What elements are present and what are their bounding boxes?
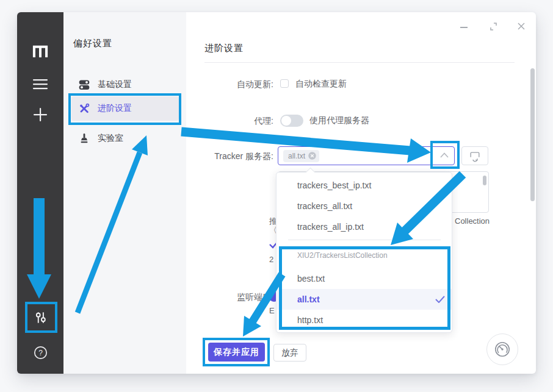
help-icon[interactable]: ?	[27, 340, 54, 365]
lab-stamp-icon	[78, 132, 90, 144]
sidebar-item-label: 基础设置	[98, 79, 132, 90]
annotation-box-save-button	[203, 338, 270, 366]
auto-update-checkbox-label[interactable]: 自动检查更新	[295, 79, 347, 90]
textarea-scrollbar[interactable]	[483, 176, 486, 185]
dropdown-item[interactable]: trackers_best_ip.txt	[276, 175, 452, 196]
tag-close-icon[interactable]	[308, 152, 316, 160]
dropdown-divider	[288, 240, 441, 240]
sync-icon	[469, 150, 481, 162]
add-task-icon[interactable]	[27, 102, 54, 127]
minimize-button[interactable]	[459, 22, 469, 32]
preferences-title: 偏好设置	[73, 38, 112, 49]
tracker-select-input[interactable]: all.txt	[278, 146, 455, 165]
tracker-tag: all.txt	[283, 150, 319, 162]
annotation-box-preferences-icon	[25, 302, 57, 333]
main-scrollbar[interactable]	[530, 68, 535, 201]
task-list-icon[interactable]	[27, 72, 54, 96]
dropdown-item[interactable]: trackers_all_ip.txt	[276, 216, 452, 237]
annotation-box-group-items	[279, 246, 450, 330]
title-divider	[204, 62, 515, 63]
tracker-label: Tracker 服务器:	[188, 151, 273, 162]
auto-update-checkbox[interactable]	[280, 79, 289, 88]
gauge-icon	[494, 341, 511, 358]
letter-fragment: E	[269, 306, 275, 315]
sidebar-item-label: 实验室	[98, 133, 123, 144]
speed-gauge-button[interactable]	[486, 333, 518, 365]
auto-update-label: 自动更新:	[188, 79, 273, 90]
page: { "window_controls": { "minimize": "mini…	[0, 0, 553, 392]
restore-button[interactable]	[488, 21, 499, 32]
svg-text:?: ?	[38, 349, 43, 357]
preferences-panel	[63, 12, 186, 374]
toggles-icon	[78, 79, 90, 91]
motrix-logo	[27, 39, 54, 63]
close-button[interactable]	[516, 21, 527, 32]
number-fragment: 2	[269, 255, 273, 264]
proxy-label: 代理:	[188, 116, 273, 127]
proxy-toggle[interactable]	[280, 115, 303, 127]
listen-port-label: 监听端口:	[188, 292, 273, 303]
dropdown-item[interactable]: trackers_all.txt	[276, 196, 452, 216]
desc-fragment-collection: Collection	[455, 216, 490, 226]
toggle-knob	[281, 116, 291, 126]
sync-trackers-button[interactable]	[461, 146, 488, 165]
proxy-toggle-label: 使用代理服务器	[309, 115, 369, 126]
annotation-box-dropdown-toggle	[430, 141, 460, 169]
tracker-tag-label: all.txt	[288, 152, 305, 160]
sidebar-item-lab[interactable]: 实验室	[71, 126, 179, 151]
discard-button[interactable]: 放弃	[273, 344, 306, 362]
annotation-box-advanced-item	[68, 93, 181, 125]
page-title: 进阶设置	[204, 43, 244, 54]
